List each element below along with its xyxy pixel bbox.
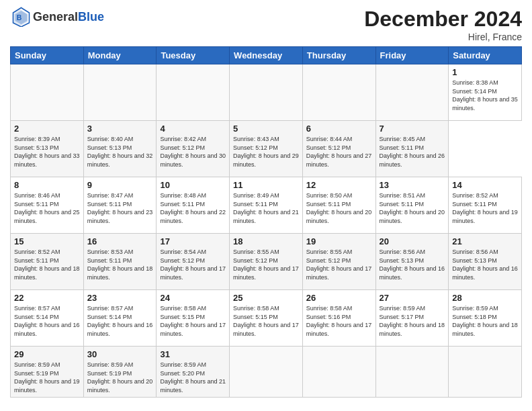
logo: B GeneralBlue: [10, 7, 104, 27]
day-info: Sunrise: 8:59 AMSunset: 5:18 PMDaylight:…: [452, 305, 518, 337]
day-info: Sunrise: 8:53 AMSunset: 5:11 PMDaylight:…: [87, 248, 153, 281]
day-number: 16: [87, 236, 153, 246]
table-row: 14 Sunrise: 8:52 AMSunset: 5:11 PMDaylig…: [449, 177, 522, 234]
table-row: 31 Sunrise: 8:59 AMSunset: 5:20 PMDaylig…: [157, 347, 230, 398]
day-info: Sunrise: 8:56 AMSunset: 5:13 PMDaylight:…: [452, 248, 518, 281]
day-number: 26: [306, 293, 372, 303]
day-info: Sunrise: 8:58 AMSunset: 5:15 PMDaylight:…: [160, 305, 226, 337]
day-number: 14: [452, 180, 518, 190]
table-row: 28 Sunrise: 8:59 AMSunset: 5:18 PMDaylig…: [449, 290, 522, 347]
title-area: December 2024 Hirel, France: [364, 7, 522, 42]
header: B GeneralBlue December 2024 Hirel, Franc…: [10, 7, 522, 42]
table-row: 2 Sunrise: 8:39 AMSunset: 5:13 PMDayligh…: [11, 121, 84, 177]
table-row: 3 Sunrise: 8:40 AMSunset: 5:13 PMDayligh…: [83, 121, 157, 177]
day-info: Sunrise: 8:57 AMSunset: 5:14 PMDaylight:…: [14, 305, 80, 337]
page-container: B GeneralBlue December 2024 Hirel, Franc…: [0, 0, 532, 404]
table-row: 27 Sunrise: 8:59 AMSunset: 5:17 PMDaylig…: [375, 290, 449, 347]
calendar-table: Sunday Monday Tuesday Wednesday Thursday…: [10, 46, 522, 398]
day-info: Sunrise: 8:58 AMSunset: 5:15 PMDaylight:…: [233, 305, 299, 337]
table-row: [302, 64, 375, 121]
table-row: [157, 64, 230, 121]
month-title: December 2024: [364, 7, 522, 32]
table-row: [83, 64, 157, 121]
table-row: 29 Sunrise: 8:59 AMSunset: 5:19 PMDaylig…: [11, 347, 84, 398]
day-number: 6: [306, 124, 372, 134]
day-number: 25: [233, 293, 299, 303]
day-info: Sunrise: 8:43 AMSunset: 5:12 PMDaylight:…: [233, 136, 299, 168]
logo-general: General: [33, 10, 78, 24]
day-number: 28: [452, 293, 518, 303]
day-number: 13: [380, 180, 445, 190]
day-number: 4: [160, 124, 226, 134]
table-row: 18 Sunrise: 8:55 AMSunset: 5:12 PMDaylig…: [230, 234, 303, 290]
col-tuesday: Tuesday: [157, 47, 230, 64]
day-info: Sunrise: 8:45 AMSunset: 5:11 PMDaylight:…: [380, 136, 445, 168]
day-number: 24: [160, 293, 226, 303]
table-row: 20 Sunrise: 8:56 AMSunset: 5:13 PMDaylig…: [375, 234, 449, 290]
day-info: Sunrise: 8:50 AMSunset: 5:11 PMDaylight:…: [306, 192, 372, 224]
table-row: 1 Sunrise: 8:38 AMSunset: 5:14 PMDayligh…: [449, 64, 522, 121]
table-row: [11, 64, 84, 121]
day-info: Sunrise: 8:49 AMSunset: 5:11 PMDaylight:…: [233, 192, 299, 224]
day-info: Sunrise: 8:44 AMSunset: 5:12 PMDaylight:…: [306, 136, 372, 168]
table-row: 4 Sunrise: 8:42 AMSunset: 5:12 PMDayligh…: [157, 121, 230, 177]
day-number: 20: [380, 236, 445, 246]
day-info: Sunrise: 8:55 AMSunset: 5:12 PMDaylight:…: [233, 248, 299, 281]
day-info: Sunrise: 8:59 AMSunset: 5:17 PMDaylight:…: [380, 305, 445, 337]
table-row: 16 Sunrise: 8:53 AMSunset: 5:11 PMDaylig…: [83, 234, 157, 290]
table-row: 21 Sunrise: 8:56 AMSunset: 5:13 PMDaylig…: [449, 234, 522, 290]
day-info: Sunrise: 8:52 AMSunset: 5:11 PMDaylight:…: [14, 248, 80, 281]
table-row: [375, 347, 449, 398]
day-info: Sunrise: 8:56 AMSunset: 5:13 PMDaylight:…: [380, 248, 445, 281]
day-info: Sunrise: 8:52 AMSunset: 5:11 PMDaylight:…: [452, 192, 518, 224]
col-monday: Monday: [83, 47, 157, 64]
day-number: 5: [233, 124, 299, 134]
day-info: Sunrise: 8:39 AMSunset: 5:13 PMDaylight:…: [14, 136, 80, 168]
day-info: Sunrise: 8:40 AMSunset: 5:13 PMDaylight:…: [87, 136, 153, 168]
calendar-header-row: Sunday Monday Tuesday Wednesday Thursday…: [11, 47, 522, 64]
day-number: 30: [87, 349, 153, 359]
day-number: 9: [87, 180, 153, 190]
table-row: 24 Sunrise: 8:58 AMSunset: 5:15 PMDaylig…: [157, 290, 230, 347]
table-row: 13 Sunrise: 8:51 AMSunset: 5:11 PMDaylig…: [375, 177, 449, 234]
col-thursday: Thursday: [302, 47, 375, 64]
table-row: 9 Sunrise: 8:47 AMSunset: 5:11 PMDayligh…: [83, 177, 157, 234]
svg-text:B: B: [17, 13, 22, 21]
table-row: 25 Sunrise: 8:58 AMSunset: 5:15 PMDaylig…: [230, 290, 303, 347]
day-number: 12: [306, 180, 372, 190]
table-row: 6 Sunrise: 8:44 AMSunset: 5:12 PMDayligh…: [302, 121, 375, 177]
day-number: 31: [160, 349, 226, 359]
day-info: Sunrise: 8:42 AMSunset: 5:12 PMDaylight:…: [160, 136, 226, 168]
day-info: Sunrise: 8:58 AMSunset: 5:16 PMDaylight:…: [306, 305, 372, 337]
day-number: 23: [87, 293, 153, 303]
day-number: 17: [160, 236, 226, 246]
table-row: [230, 64, 303, 121]
day-info: Sunrise: 8:48 AMSunset: 5:11 PMDaylight:…: [160, 192, 226, 224]
day-info: Sunrise: 8:46 AMSunset: 5:11 PMDaylight:…: [14, 192, 80, 224]
day-number: 21: [452, 236, 518, 246]
day-info: Sunrise: 8:54 AMSunset: 5:12 PMDaylight:…: [160, 248, 226, 281]
day-number: 8: [14, 180, 80, 190]
table-row: 5 Sunrise: 8:43 AMSunset: 5:12 PMDayligh…: [230, 121, 303, 177]
table-row: 17 Sunrise: 8:54 AMSunset: 5:12 PMDaylig…: [157, 234, 230, 290]
table-row: 15 Sunrise: 8:52 AMSunset: 5:11 PMDaylig…: [11, 234, 84, 290]
day-number: 22: [14, 293, 80, 303]
table-row: 22 Sunrise: 8:57 AMSunset: 5:14 PMDaylig…: [11, 290, 84, 347]
day-number: 1: [452, 67, 518, 77]
col-sunday: Sunday: [11, 47, 84, 64]
day-info: Sunrise: 8:47 AMSunset: 5:11 PMDaylight:…: [87, 192, 153, 224]
day-info: Sunrise: 8:59 AMSunset: 5:20 PMDaylight:…: [160, 361, 226, 394]
table-row: 23 Sunrise: 8:57 AMSunset: 5:14 PMDaylig…: [83, 290, 157, 347]
table-row: 12 Sunrise: 8:50 AMSunset: 5:11 PMDaylig…: [302, 177, 375, 234]
logo-icon: B: [10, 7, 30, 27]
table-row: 11 Sunrise: 8:49 AMSunset: 5:11 PMDaylig…: [230, 177, 303, 234]
day-number: 3: [87, 124, 153, 134]
day-info: Sunrise: 8:55 AMSunset: 5:12 PMDaylight:…: [306, 248, 372, 281]
day-info: Sunrise: 8:57 AMSunset: 5:14 PMDaylight:…: [87, 305, 153, 337]
day-info: Sunrise: 8:38 AMSunset: 5:14 PMDaylight:…: [452, 79, 518, 111]
day-number: 18: [233, 236, 299, 246]
table-row: [230, 347, 303, 398]
day-number: 10: [160, 180, 226, 190]
day-number: 27: [380, 293, 445, 303]
day-number: 2: [14, 124, 80, 134]
